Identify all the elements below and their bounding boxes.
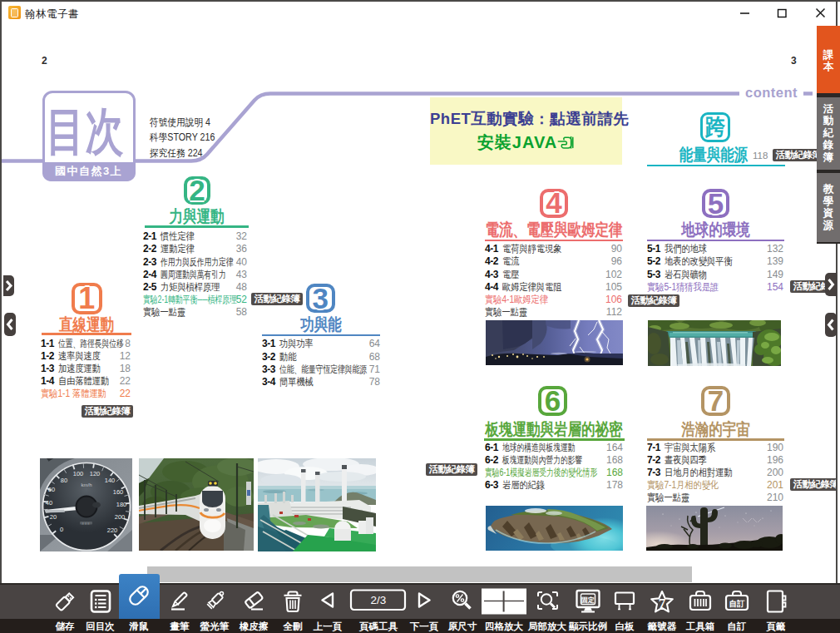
svg-text:120: 120 [90,470,101,477]
svg-text:2/3: 2/3 [371,594,387,606]
svg-text:8 8 8: 8 8 8 [82,522,91,526]
svg-text:200: 200 [115,513,126,521]
svg-text:0: 0 [60,526,63,533]
svg-text:7: 7 [659,596,666,611]
svg-text:100: 100 [73,470,84,477]
svg-text:20: 20 [50,513,57,521]
svg-text:固定: 固定 [581,596,595,604]
svg-text:自訂: 自訂 [729,599,746,608]
svg-text:160: 160 [113,488,124,496]
svg-text:km/h: km/h [81,482,91,487]
svg-text:80: 80 [61,477,67,484]
svg-text:180: 180 [116,501,127,508]
svg-text:140: 140 [105,477,116,484]
svg-text:220: 220 [107,527,118,534]
svg-text:60: 60 [48,486,55,493]
svg-text:40: 40 [46,499,52,507]
